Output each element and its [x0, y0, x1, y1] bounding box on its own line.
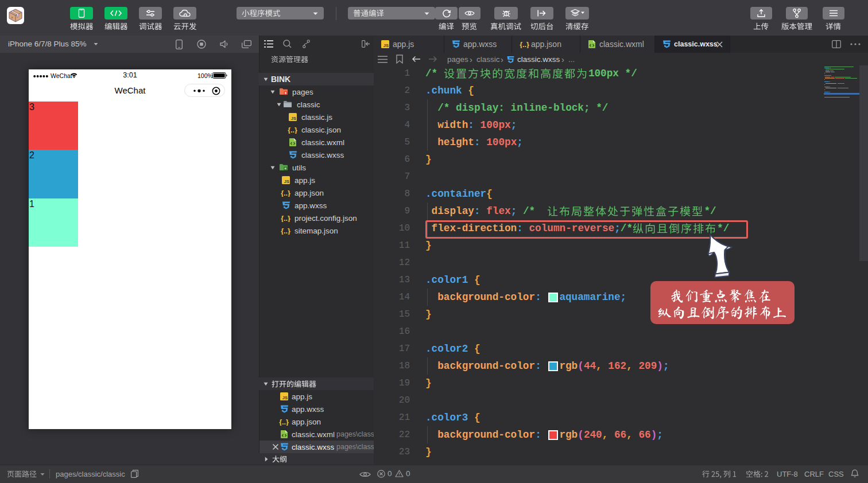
svg-text:{..}: {..}: [281, 227, 290, 235]
svg-text:{..}: {..}: [281, 215, 290, 222]
svg-text:{..}: {..}: [288, 126, 297, 134]
svg-text:JS: JS: [383, 43, 389, 48]
svg-text:{..}: {..}: [279, 418, 289, 426]
svg-text:{..}: {..}: [520, 41, 529, 48]
svg-text:JS: JS: [291, 116, 296, 121]
svg-text:{..}: {..}: [281, 189, 290, 197]
svg-text:JS: JS: [284, 179, 289, 184]
svg-text:JS: JS: [282, 395, 288, 400]
